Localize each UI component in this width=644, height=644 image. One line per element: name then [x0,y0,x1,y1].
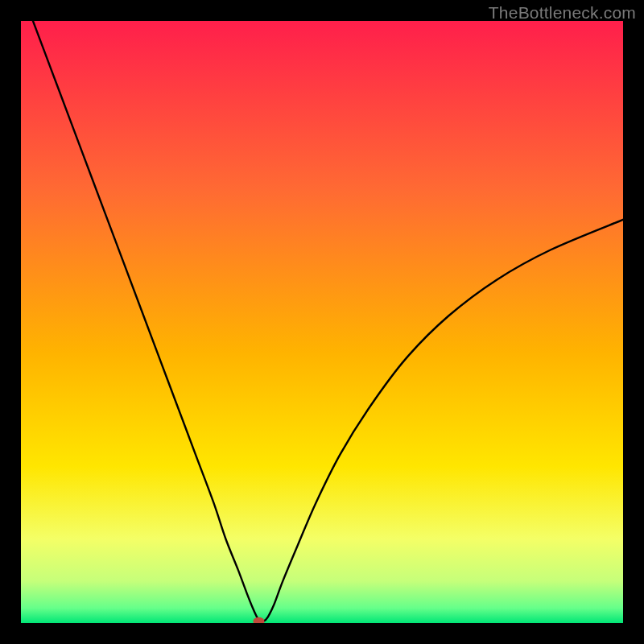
chart-frame: TheBottleneck.com [0,0,644,644]
plot-area [21,21,623,623]
watermark-text: TheBottleneck.com [489,3,636,23]
chart-background [21,21,623,623]
chart-svg [21,21,623,623]
